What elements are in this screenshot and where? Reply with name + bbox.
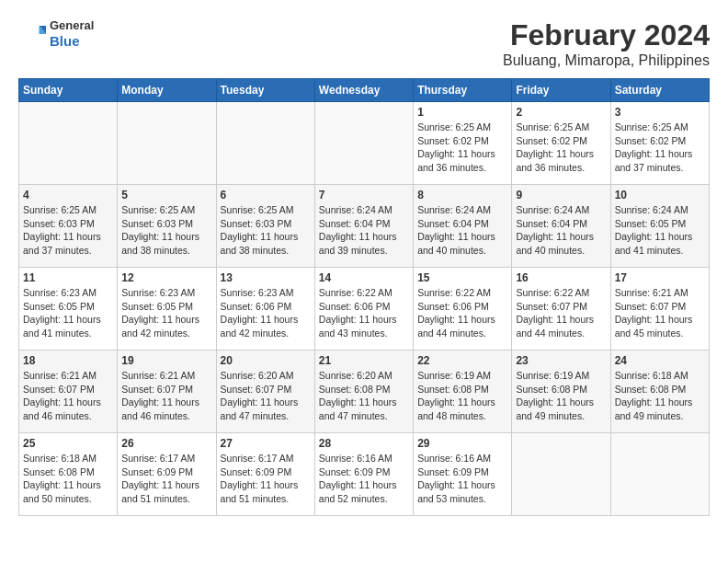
day-info: Sunrise: 6:20 AM Sunset: 6:08 PM Dayligh… <box>319 369 409 423</box>
calendar-cell: 25Sunrise: 6:18 AM Sunset: 6:08 PM Dayli… <box>19 433 118 516</box>
title-area: February 2024 Buluang, Mimaropa, Philipp… <box>503 18 710 69</box>
day-info: Sunrise: 6:16 AM Sunset: 6:09 PM Dayligh… <box>417 452 507 506</box>
calendar-cell: 1Sunrise: 6:25 AM Sunset: 6:02 PM Daylig… <box>414 102 512 185</box>
calendar-cell: 23Sunrise: 6:19 AM Sunset: 6:08 PM Dayli… <box>512 350 610 433</box>
day-info: Sunrise: 6:25 AM Sunset: 6:02 PM Dayligh… <box>417 121 507 175</box>
logo-text: General Blue <box>50 18 94 50</box>
calendar-cell <box>216 102 314 185</box>
weekday-header-sunday: Sunday <box>19 79 118 102</box>
day-number: 18 <box>23 354 113 367</box>
logo-icon <box>18 20 46 48</box>
calendar-cell: 3Sunrise: 6:25 AM Sunset: 6:02 PM Daylig… <box>610 102 709 185</box>
day-number: 13 <box>221 271 311 284</box>
day-number: 15 <box>417 271 507 284</box>
calendar-cell: 24Sunrise: 6:18 AM Sunset: 6:08 PM Dayli… <box>610 350 709 433</box>
logo-general: General <box>50 18 94 33</box>
calendar-cell: 28Sunrise: 6:16 AM Sunset: 6:09 PM Dayli… <box>314 433 413 516</box>
day-info: Sunrise: 6:22 AM Sunset: 6:06 PM Dayligh… <box>319 286 409 340</box>
calendar-cell: 27Sunrise: 6:17 AM Sunset: 6:09 PM Dayli… <box>216 433 314 516</box>
weekday-header-row: SundayMondayTuesdayWednesdayThursdayFrid… <box>19 79 710 102</box>
calendar-cell: 9Sunrise: 6:24 AM Sunset: 6:04 PM Daylig… <box>512 185 610 268</box>
day-number: 23 <box>516 354 606 367</box>
day-number: 10 <box>615 189 705 201</box>
calendar-week-row: 4Sunrise: 6:25 AM Sunset: 6:03 PM Daylig… <box>19 185 710 268</box>
day-info: Sunrise: 6:24 AM Sunset: 6:04 PM Dayligh… <box>516 203 606 258</box>
day-info: Sunrise: 6:24 AM Sunset: 6:05 PM Dayligh… <box>615 203 705 258</box>
day-info: Sunrise: 6:19 AM Sunset: 6:08 PM Dayligh… <box>516 369 606 423</box>
day-info: Sunrise: 6:19 AM Sunset: 6:08 PM Dayligh… <box>417 369 507 423</box>
calendar-cell: 21Sunrise: 6:20 AM Sunset: 6:08 PM Dayli… <box>314 350 413 433</box>
calendar-cell: 22Sunrise: 6:19 AM Sunset: 6:08 PM Dayli… <box>414 350 512 433</box>
weekday-header-monday: Monday <box>118 79 216 102</box>
day-info: Sunrise: 6:25 AM Sunset: 6:03 PM Dayligh… <box>221 203 311 258</box>
calendar-cell: 11Sunrise: 6:23 AM Sunset: 6:05 PM Dayli… <box>19 268 118 350</box>
calendar-cell: 14Sunrise: 6:22 AM Sunset: 6:06 PM Dayli… <box>314 268 413 350</box>
weekday-header-wednesday: Wednesday <box>314 79 413 102</box>
calendar-cell: 29Sunrise: 6:16 AM Sunset: 6:09 PM Dayli… <box>414 433 512 516</box>
calendar-cell <box>314 102 413 185</box>
calendar-table: SundayMondayTuesdayWednesdayThursdayFrid… <box>18 78 710 516</box>
day-info: Sunrise: 6:17 AM Sunset: 6:09 PM Dayligh… <box>221 452 311 506</box>
calendar-cell <box>118 102 216 185</box>
day-info: Sunrise: 6:25 AM Sunset: 6:03 PM Dayligh… <box>23 203 113 258</box>
weekday-header-saturday: Saturday <box>610 79 709 102</box>
day-info: Sunrise: 6:24 AM Sunset: 6:04 PM Dayligh… <box>319 203 409 258</box>
day-number: 20 <box>221 354 311 367</box>
day-number: 8 <box>417 189 507 201</box>
day-info: Sunrise: 6:16 AM Sunset: 6:09 PM Dayligh… <box>319 452 409 506</box>
page-header: General Blue February 2024 Buluang, Mima… <box>18 18 710 69</box>
calendar-cell: 8Sunrise: 6:24 AM Sunset: 6:04 PM Daylig… <box>414 185 512 268</box>
calendar-cell <box>512 433 610 516</box>
day-number: 4 <box>23 189 113 201</box>
day-info: Sunrise: 6:23 AM Sunset: 6:05 PM Dayligh… <box>121 286 211 340</box>
day-info: Sunrise: 6:22 AM Sunset: 6:07 PM Dayligh… <box>516 286 606 340</box>
day-number: 5 <box>121 189 211 201</box>
day-number: 6 <box>221 189 311 201</box>
logo: General Blue <box>18 18 94 50</box>
calendar-cell <box>610 433 709 516</box>
day-info: Sunrise: 6:18 AM Sunset: 6:08 PM Dayligh… <box>23 452 113 506</box>
calendar-cell: 18Sunrise: 6:21 AM Sunset: 6:07 PM Dayli… <box>19 350 118 433</box>
calendar-cell: 15Sunrise: 6:22 AM Sunset: 6:06 PM Dayli… <box>414 268 512 350</box>
calendar-cell: 26Sunrise: 6:17 AM Sunset: 6:09 PM Dayli… <box>118 433 216 516</box>
day-number: 22 <box>417 354 507 367</box>
day-info: Sunrise: 6:18 AM Sunset: 6:08 PM Dayligh… <box>615 369 705 423</box>
day-info: Sunrise: 6:22 AM Sunset: 6:06 PM Dayligh… <box>417 286 507 340</box>
day-info: Sunrise: 6:24 AM Sunset: 6:04 PM Dayligh… <box>417 203 507 258</box>
day-info: Sunrise: 6:17 AM Sunset: 6:09 PM Dayligh… <box>121 452 211 506</box>
calendar-week-row: 1Sunrise: 6:25 AM Sunset: 6:02 PM Daylig… <box>19 102 710 185</box>
day-info: Sunrise: 6:21 AM Sunset: 6:07 PM Dayligh… <box>23 369 113 423</box>
day-number: 29 <box>417 437 507 450</box>
day-info: Sunrise: 6:23 AM Sunset: 6:05 PM Dayligh… <box>23 286 113 340</box>
day-number: 14 <box>319 271 409 284</box>
calendar-week-row: 11Sunrise: 6:23 AM Sunset: 6:05 PM Dayli… <box>19 268 710 350</box>
day-info: Sunrise: 6:25 AM Sunset: 6:02 PM Dayligh… <box>615 121 705 175</box>
calendar-cell: 2Sunrise: 6:25 AM Sunset: 6:02 PM Daylig… <box>512 102 610 185</box>
calendar-cell: 13Sunrise: 6:23 AM Sunset: 6:06 PM Dayli… <box>216 268 314 350</box>
day-info: Sunrise: 6:21 AM Sunset: 6:07 PM Dayligh… <box>121 369 211 423</box>
day-number: 17 <box>615 271 705 284</box>
page-title: February 2024 <box>503 18 710 52</box>
day-number: 7 <box>319 189 409 201</box>
calendar-cell: 7Sunrise: 6:24 AM Sunset: 6:04 PM Daylig… <box>314 185 413 268</box>
day-info: Sunrise: 6:25 AM Sunset: 6:02 PM Dayligh… <box>516 121 606 175</box>
day-number: 2 <box>516 106 606 119</box>
day-number: 19 <box>121 354 211 367</box>
calendar-cell <box>19 102 118 185</box>
day-number: 28 <box>319 437 409 450</box>
day-number: 1 <box>417 106 507 119</box>
calendar-cell: 19Sunrise: 6:21 AM Sunset: 6:07 PM Dayli… <box>118 350 216 433</box>
day-number: 16 <box>516 271 606 284</box>
day-number: 9 <box>516 189 606 201</box>
calendar-cell: 5Sunrise: 6:25 AM Sunset: 6:03 PM Daylig… <box>118 185 216 268</box>
day-number: 3 <box>615 106 705 119</box>
calendar-cell: 12Sunrise: 6:23 AM Sunset: 6:05 PM Dayli… <box>118 268 216 350</box>
day-number: 25 <box>23 437 113 450</box>
calendar-cell: 16Sunrise: 6:22 AM Sunset: 6:07 PM Dayli… <box>512 268 610 350</box>
day-number: 11 <box>23 271 113 284</box>
calendar-cell: 6Sunrise: 6:25 AM Sunset: 6:03 PM Daylig… <box>216 185 314 268</box>
day-number: 24 <box>615 354 705 367</box>
day-number: 27 <box>221 437 311 450</box>
day-info: Sunrise: 6:25 AM Sunset: 6:03 PM Dayligh… <box>121 203 211 258</box>
day-number: 12 <box>121 271 211 284</box>
